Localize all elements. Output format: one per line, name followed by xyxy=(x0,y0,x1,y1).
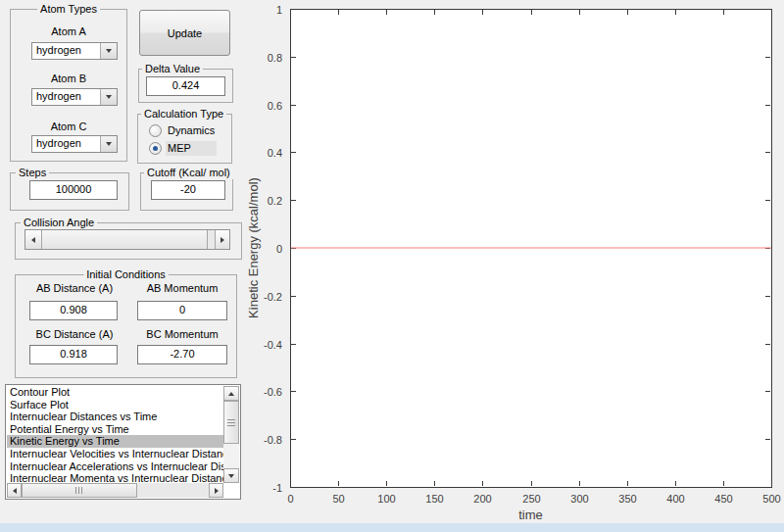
atom-types-group: Atom Types Atom A hydrogen Atom B hydrog… xyxy=(10,9,127,162)
window-bottom-edge xyxy=(0,523,784,532)
y-tick-label: -0.2 xyxy=(264,291,282,303)
plot-type-list: Contour PlotSurface PlotInternuclear Dis… xyxy=(7,386,223,483)
steps-group: Steps 100000 xyxy=(10,172,129,211)
horizontal-scroll-thumb[interactable] xyxy=(22,483,137,498)
ab-distance-field[interactable]: 0.908 xyxy=(29,301,118,320)
x-tick-label: 50 xyxy=(332,493,344,505)
radio-icon xyxy=(149,142,162,155)
y-tick-label: -0.4 xyxy=(264,339,282,351)
x-tick-label: 300 xyxy=(570,493,588,505)
bc-distance-field[interactable]: 0.918 xyxy=(29,345,118,364)
atom-b-dropdown[interactable]: hydrogen xyxy=(31,88,118,106)
radio-row-mep[interactable]: MEP xyxy=(149,141,217,156)
y-tick-label: 0.4 xyxy=(268,147,282,159)
chevron-down-icon[interactable] xyxy=(100,89,117,105)
initial-conditions-group: Initial Conditions AB Distance (A) AB Mo… xyxy=(15,274,237,378)
chevron-down-icon[interactable] xyxy=(100,136,117,152)
atom-c-value: hydrogen xyxy=(32,136,100,152)
x-tick-label: 0 xyxy=(287,493,293,505)
radio-icon xyxy=(149,124,162,137)
y-tick-label: 0 xyxy=(276,243,282,255)
grip-icon xyxy=(227,419,235,426)
x-tick-label: 400 xyxy=(666,493,684,505)
y-tick-label: 1 xyxy=(276,4,282,16)
bc-momentum-field[interactable]: -2.70 xyxy=(137,345,227,364)
mep-radio-label: MEP xyxy=(166,141,217,156)
bc-distance-label: BC Distance (A) xyxy=(21,328,128,340)
atom-a-label: Atom A xyxy=(11,25,126,37)
atom-a-value: hydrogen xyxy=(32,43,100,59)
matlab-gui-window: Atom Types Atom A hydrogen Atom B hydrog… xyxy=(0,0,784,532)
vertical-scrollbar[interactable] xyxy=(223,386,239,483)
scroll-up-button[interactable] xyxy=(223,386,239,401)
x-tick-label: 100 xyxy=(377,493,395,505)
delta-value-title: Delta Value xyxy=(142,63,203,75)
calculation-type-group: Calculation Type Dynamics MEP xyxy=(137,114,232,164)
y-tick-label: -1 xyxy=(272,482,282,494)
delta-value-group: Delta Value 0.424 xyxy=(138,69,233,103)
calculation-type-title: Calculation Type xyxy=(141,108,226,121)
chevron-down-icon[interactable] xyxy=(100,43,117,59)
slider-left-arrow-button[interactable] xyxy=(25,230,42,249)
list-item[interactable]: Internuclear Accelerations vs Internucle… xyxy=(7,460,223,473)
horizontal-scrollbar[interactable] xyxy=(7,483,223,498)
list-item[interactable]: Contour Plot xyxy=(7,386,223,399)
y-tick-label: 0.2 xyxy=(268,195,282,207)
arrow-right-icon xyxy=(215,488,219,494)
slider-track[interactable] xyxy=(208,230,215,249)
y-tick-label: 0.8 xyxy=(268,52,282,64)
cutoff-group: Cutoff (Kcal/ mol) -20 xyxy=(140,172,233,211)
list-item[interactable]: Surface Plot xyxy=(7,399,223,411)
slider-thumb[interactable] xyxy=(42,230,208,249)
y-axis-label: Kinetic Energy (kcal/mol) xyxy=(246,177,261,318)
arrow-right-icon xyxy=(220,237,224,243)
y-tick-label: 0.6 xyxy=(268,100,282,112)
x-tick-label: 250 xyxy=(522,493,540,505)
y-tick-label: -0.8 xyxy=(264,434,282,446)
grip-icon xyxy=(75,487,83,494)
steps-field[interactable]: 100000 xyxy=(29,180,118,200)
atom-b-label: Atom B xyxy=(11,73,126,84)
ab-momentum-label: AB Momentum xyxy=(133,282,231,294)
collision-angle-group: Collision Angle xyxy=(15,222,242,260)
scroll-left-button[interactable] xyxy=(7,483,22,498)
arrow-left-icon xyxy=(31,237,35,243)
scroll-down-button[interactable] xyxy=(223,468,239,483)
kinetic-energy-plot: 050100150200250300350400450500-1-0.8-0.6… xyxy=(245,0,784,532)
x-axis-label: time xyxy=(518,508,543,522)
steps-title: Steps xyxy=(16,167,49,179)
y-tick-label: -0.6 xyxy=(264,386,282,398)
atom-c-dropdown[interactable]: hydrogen xyxy=(31,135,118,153)
x-tick-label: 450 xyxy=(714,493,732,505)
arrow-left-icon xyxy=(13,488,17,494)
atom-a-dropdown[interactable]: hydrogen xyxy=(31,42,118,60)
delta-value-field[interactable]: 0.424 xyxy=(146,76,225,96)
dynamics-radio-label: Dynamics xyxy=(166,123,217,138)
atom-b-value: hydrogen xyxy=(32,89,100,105)
arrow-down-icon xyxy=(228,474,234,478)
atom-c-label: Atom C xyxy=(11,121,126,132)
ab-distance-label: AB Distance (A) xyxy=(21,282,128,294)
horizontal-scroll-track[interactable] xyxy=(137,483,209,498)
atom-types-title: Atom Types xyxy=(37,3,100,16)
x-tick-label: 350 xyxy=(618,493,636,505)
list-item[interactable]: Potential Energy vs Time xyxy=(7,423,223,436)
vertical-scroll-thumb[interactable] xyxy=(223,401,239,444)
update-button[interactable]: Update xyxy=(139,10,230,56)
initial-conditions-title: Initial Conditions xyxy=(83,268,169,281)
list-item[interactable]: Internuclear Distances vs Time xyxy=(7,411,223,423)
bc-momentum-label: BC Momentum xyxy=(133,328,231,340)
cutoff-field[interactable]: -20 xyxy=(151,180,225,200)
cutoff-title: Cutoff (Kcal/ mol) xyxy=(144,167,233,179)
collision-angle-slider[interactable] xyxy=(24,229,230,250)
list-item[interactable]: Kinetic Energy vs Time xyxy=(7,435,223,448)
scroll-right-button[interactable] xyxy=(209,483,223,498)
x-tick-label: 200 xyxy=(473,493,491,505)
collision-angle-title: Collision Angle xyxy=(21,217,97,229)
list-item[interactable]: Internuclear Momenta vs Internuclear Dis… xyxy=(7,472,223,483)
slider-right-arrow-button[interactable] xyxy=(215,230,229,249)
ab-momentum-field[interactable]: 0 xyxy=(137,301,227,320)
radio-row-dynamics[interactable]: Dynamics xyxy=(149,123,217,138)
list-item[interactable]: Internuclear Velocities vs Internuclear … xyxy=(7,448,223,460)
plot-type-listbox[interactable]: Contour PlotSurface PlotInternuclear Dis… xyxy=(5,384,241,500)
